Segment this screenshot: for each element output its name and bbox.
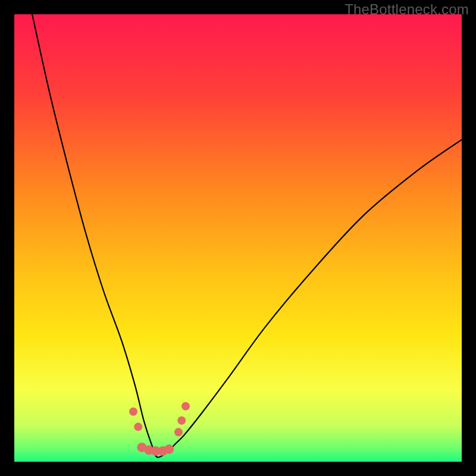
marker-dot	[129, 408, 137, 416]
chart-canvas	[14, 14, 462, 462]
marker-dot	[134, 422, 142, 431]
marker-dot	[164, 444, 174, 454]
marker-dot	[181, 402, 190, 411]
marker-dot	[174, 428, 183, 436]
watermark-text: TheBottleneck.com	[345, 1, 469, 18]
marker-dot	[177, 416, 186, 425]
chart-background	[14, 14, 462, 462]
